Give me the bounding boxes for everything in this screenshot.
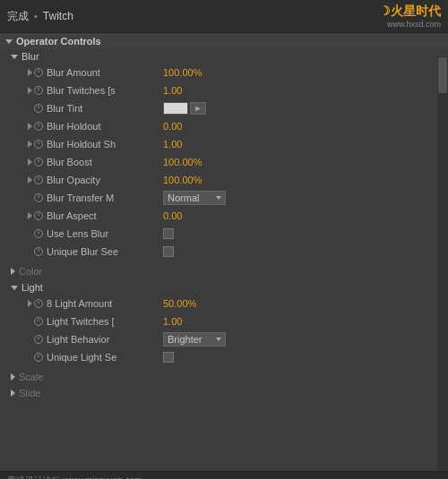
param-row-blur-aspect: Blur Aspect 0.00 [7, 207, 448, 225]
unique-light-se-checkbox[interactable] [163, 352, 174, 363]
light-section-header[interactable]: Light [7, 280, 448, 295]
light-behavior-clock[interactable] [34, 335, 43, 344]
blur-tint-clock[interactable] [34, 104, 43, 113]
param-row-blur-opacity: Blur Opacity 100.00% [7, 171, 448, 189]
param-row-unique-blur-see: Unique Blur See [7, 243, 448, 261]
color-triangle [11, 268, 15, 275]
param-row-unique-light-se: Unique Light Se [7, 348, 448, 366]
color-section-header[interactable]: Color [7, 264, 448, 278]
status-text: 完成 [7, 9, 29, 24]
operator-controls-header[interactable]: Operator Controls [0, 33, 448, 49]
light-amount-value[interactable]: 50.00% [163, 298, 217, 309]
blur-holdout-value[interactable]: 0.00 [163, 121, 217, 132]
scale-section-header[interactable]: Scale [7, 370, 448, 384]
blur-tint-arrow-btn[interactable]: ► [190, 102, 206, 115]
param-row-blur-amount: Blur Amount 100.00% [7, 64, 448, 81]
title-bar: 完成 • Twitch ☽火星时代 www.hxsd.com [0, 0, 448, 33]
blur-boost-clock[interactable] [34, 158, 43, 167]
blur-opacity-clock[interactable] [34, 175, 43, 184]
light-triangle [11, 286, 18, 290]
slide-triangle [11, 389, 15, 397]
use-lens-blur-checkbox[interactable] [163, 228, 174, 239]
blur-amount-clock[interactable] [34, 68, 43, 77]
light-section: Light 8 Light Amount 50.00% Light Twitch… [0, 280, 448, 366]
blur-opacity-label: Blur Opacity [47, 175, 163, 185]
light-twitches-value[interactable]: 1.00 [163, 316, 217, 327]
blur-boost-triangle[interactable] [28, 158, 32, 166]
blur-aspect-label: Blur Aspect [47, 210, 163, 221]
param-row-blur-tint: Blur Tint ► [7, 99, 448, 117]
param-row-light-behavior: Light Behavior Brighter [7, 330, 448, 348]
bottom-bar-text: 思缘设计论坛 www.missyuan.com [7, 475, 142, 480]
plugin-name: Twitch [43, 10, 73, 22]
blur-holdout-sh-value[interactable]: 1.00 [163, 139, 217, 150]
blur-aspect-value[interactable]: 0.00 [163, 210, 217, 221]
blur-opacity-value[interactable]: 100.00% [163, 175, 217, 185]
blur-holdout-label: Blur Holdout [47, 121, 163, 132]
blur-label: Blur [22, 51, 39, 62]
scrollbar[interactable] [437, 56, 448, 471]
blur-transfer-value: Normal [168, 192, 199, 203]
logo-area: ☽火星时代 www.hxsd.com [379, 4, 441, 29]
light-amount-triangle[interactable] [28, 300, 32, 307]
blur-twitches-triangle[interactable] [28, 87, 32, 94]
slide-label: Slide [19, 388, 40, 398]
scale-label: Scale [19, 372, 44, 382]
arrow-icon: ► [194, 104, 202, 113]
blur-transfer-label: Blur Transfer M [47, 192, 163, 203]
light-twitches-clock[interactable] [34, 317, 43, 326]
unique-blur-see-checkbox[interactable] [163, 246, 174, 257]
blur-holdout-clock[interactable] [34, 122, 43, 131]
blur-amount-triangle[interactable] [28, 69, 32, 76]
blur-aspect-triangle[interactable] [28, 212, 32, 219]
unique-light-se-clock[interactable] [34, 353, 43, 362]
use-lens-blur-clock[interactable] [34, 229, 43, 238]
light-behavior-dropdown[interactable]: Brighter [163, 332, 226, 346]
blur-tint-swatch[interactable] [163, 102, 188, 115]
blur-boost-label: Blur Boost [47, 157, 163, 167]
param-row-light-twitches: Light Twitches [ 1.00 [7, 312, 448, 330]
blur-aspect-clock[interactable] [34, 211, 43, 220]
light-amount-label: 8 Light Amount [47, 298, 163, 309]
scale-triangle [11, 373, 15, 381]
param-row-blur-boost: Blur Boost 100.00% [7, 153, 448, 171]
blur-twitches-value[interactable]: 1.00 [163, 85, 217, 96]
blur-section-header[interactable]: Blur [7, 49, 448, 64]
blur-section: Blur Blur Amount 100.00% Blur Twitches [… [0, 49, 448, 261]
blur-holdout-triangle[interactable] [28, 123, 32, 130]
use-lens-blur-label: Use Lens Blur [47, 228, 163, 239]
panel: Operator Controls Blur Blur Amount 100.0… [0, 33, 448, 471]
operator-controls-label: Operator Controls [16, 36, 101, 47]
blur-triangle [11, 55, 18, 59]
blur-twitches-clock[interactable] [34, 86, 43, 95]
light-behavior-label: Light Behavior [47, 334, 163, 345]
logo-text: ☽火星时代 [379, 4, 441, 20]
separator: • [34, 11, 38, 21]
light-behavior-dropdown-arrow [216, 338, 221, 341]
unique-blur-see-clock[interactable] [34, 247, 43, 256]
blur-transfer-dropdown[interactable]: Normal [163, 191, 226, 205]
color-section: Color [0, 264, 448, 278]
unique-light-se-label: Unique Light Se [47, 352, 163, 363]
param-row-blur-transfer: Blur Transfer M Normal [7, 189, 448, 207]
slide-section-header[interactable]: Slide [7, 386, 448, 400]
light-twitches-label: Light Twitches [ [47, 316, 163, 327]
blur-opacity-triangle[interactable] [28, 176, 32, 184]
light-amount-clock[interactable] [34, 299, 43, 308]
scale-section: Scale [0, 370, 448, 384]
color-label: Color [19, 266, 42, 277]
blur-holdout-sh-label: Blur Holdout Sh [47, 139, 163, 150]
blur-boost-value[interactable]: 100.00% [163, 157, 217, 167]
blur-holdout-sh-clock[interactable] [34, 140, 43, 149]
scrollbar-thumb[interactable] [438, 57, 447, 93]
param-row-light-amount: 8 Light Amount 50.00% [7, 295, 448, 312]
unique-blur-see-label: Unique Blur See [47, 246, 163, 257]
blur-twitches-label: Blur Twitches [s [47, 85, 163, 96]
logo-sub: www.hxsd.com [387, 20, 441, 29]
light-behavior-value: Brighter [168, 334, 202, 345]
param-row-blur-holdout-sh: Blur Holdout Sh 1.00 [7, 135, 448, 153]
blur-holdout-sh-triangle[interactable] [28, 141, 32, 148]
slide-section: Slide [0, 386, 448, 400]
blur-amount-value[interactable]: 100.00% [163, 67, 217, 78]
blur-transfer-clock[interactable] [34, 193, 43, 202]
